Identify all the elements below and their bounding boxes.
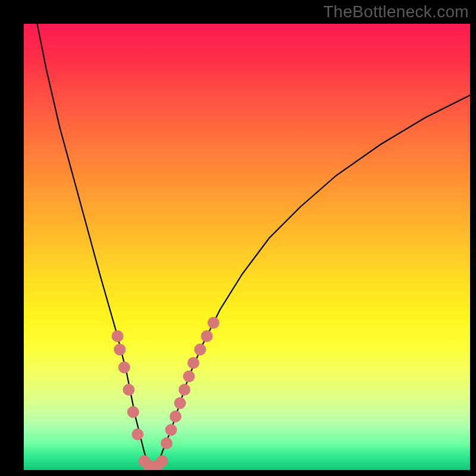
data-dot xyxy=(112,330,124,342)
watermark-text: TheBottleneck.com xyxy=(323,2,469,21)
data-dot xyxy=(123,384,134,396)
data-dot xyxy=(165,424,177,436)
data-dot xyxy=(131,428,143,440)
data-dot xyxy=(118,362,130,374)
data-dot xyxy=(187,357,199,369)
chart-svg xyxy=(24,24,470,470)
plot-area xyxy=(24,24,470,470)
data-dot xyxy=(208,317,220,329)
data-dot xyxy=(194,344,206,356)
data-dot xyxy=(161,437,173,449)
data-dot xyxy=(127,406,139,418)
data-dot xyxy=(178,384,190,396)
data-dot xyxy=(114,344,126,356)
bottleneck-curve xyxy=(37,24,471,470)
data-dot xyxy=(174,397,186,409)
data-dot xyxy=(183,371,195,383)
data-dot xyxy=(201,330,213,342)
data-dot xyxy=(170,411,181,422)
chart-frame: TheBottleneck.com xyxy=(0,0,476,476)
data-dot xyxy=(156,455,168,467)
data-dots xyxy=(112,317,220,471)
